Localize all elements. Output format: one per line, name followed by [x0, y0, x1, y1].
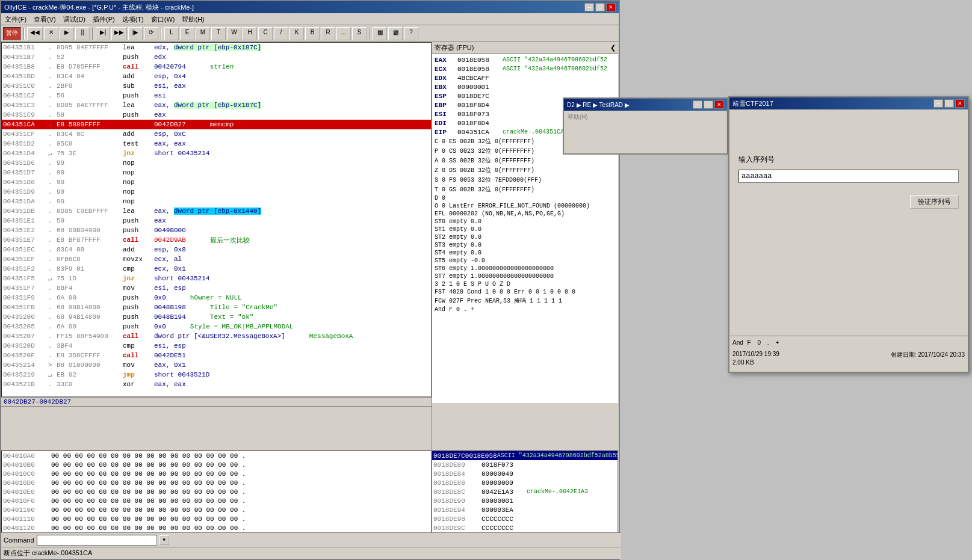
disasm-row[interactable]: 004351EF . 0FB6C8 movzx ecx, al: [2, 254, 431, 264]
hex-row[interactable]: 004010C000 00 00 00 00 00 00 00 00 00 00…: [2, 469, 431, 478]
btn-dots[interactable]: ...: [336, 27, 351, 40]
disasm-row[interactable]: 004351B1 . 8D95 84E7FFFF lea edx, dword …: [2, 43, 431, 52]
btn-H[interactable]: H: [243, 27, 257, 40]
reg-row[interactable]: ECX0018E058ASCII "432a34a4946708602bdf52: [433, 64, 617, 73]
crackme-restore-btn[interactable]: □: [944, 99, 954, 108]
hex-row[interactable]: 0040110000 00 00 00 00 00 00 00 00 00 00…: [2, 505, 431, 514]
disasm-row[interactable]: 004351EC . 83C4 08 add esp, 0x8: [2, 245, 431, 254]
disasm-row[interactable]: 004351F7 . 8BF4 mov esi, esp: [2, 283, 431, 293]
hex-row[interactable]: 004010D000 00 00 00 00 00 00 00 00 00 00…: [2, 478, 431, 487]
stack-row[interactable]: 0018DE8800000000: [432, 478, 618, 487]
stack-row[interactable]: 0018DE8C0042E1A3crackMe-.0042E1A3: [432, 487, 618, 496]
btn-close-prog[interactable]: ✕: [44, 27, 58, 40]
stack-row[interactable]: 0018DE94000003EA: [432, 505, 618, 514]
disasm-row[interactable]: 00435207 . FF15 88F54900 call dword ptr …: [2, 331, 431, 341]
disasm-row[interactable]: 00435205 . 6A 00 push 0x0 Style = MB_OK|…: [2, 322, 431, 331]
hex-row[interactable]: 004010E000 00 00 00 00 00 00 00 00 00 00…: [2, 487, 431, 496]
menu-file[interactable]: 文件(F): [1, 14, 30, 23]
btn-anim-in[interactable]: ⟳: [144, 27, 158, 40]
disasm-row[interactable]: 004351DB . 8D85 C0EBFFFF lea eax, dword …: [2, 206, 431, 216]
btn-T[interactable]: T: [211, 27, 226, 40]
minimize-button[interactable]: ─: [584, 3, 594, 11]
disasm-row[interactable]: 00435200 . 68 94B14800 push 0048B194 Tex…: [2, 312, 431, 322]
disasm-row[interactable]: 0043521B . 33C0 xor eax, eax: [2, 380, 431, 389]
stack-row[interactable]: 0018DE98CCCCCCCC: [432, 514, 618, 523]
btn-S[interactable]: S: [352, 27, 367, 40]
disasm-row[interactable]: 004351D9 . 90 nop: [2, 187, 431, 197]
btn-help[interactable]: ?: [404, 27, 418, 40]
stack-row[interactable]: 0018DE9000000001: [432, 496, 618, 505]
disasm-row[interactable]: 004351C2 . 56 push esi: [2, 91, 431, 100]
disasm-row[interactable]: 004351D7 . 90 nop: [2, 168, 431, 177]
crackme-min-btn[interactable]: ─: [933, 99, 943, 108]
disasm-row[interactable]: 004351D6 . 90 nop: [2, 158, 431, 168]
btn-K[interactable]: K: [289, 27, 304, 40]
disasm-row[interactable]: 00435219 ↵ EB 02 jmp short 0043521D: [2, 370, 431, 380]
menu-view[interactable]: 查看(V): [30, 14, 60, 23]
btn-step-in[interactable]: ▶|: [96, 27, 110, 40]
menu-window[interactable]: 窗口(W): [147, 14, 179, 23]
disasm-row[interactable]: 004351C0 . 2BF0 sub esi, eax: [2, 81, 431, 91]
btn-B[interactable]: B: [305, 27, 320, 40]
btn-slash[interactable]: /: [274, 27, 288, 40]
inner-close-btn[interactable]: ✕: [714, 100, 724, 109]
stack-row[interactable]: 0018DE8400000040: [432, 469, 618, 478]
disasm-row[interactable]: 004351BD . 83C4 04 add esp, 0x4: [2, 72, 431, 81]
btn-pause[interactable]: 暂停: [3, 27, 21, 40]
disasm-row[interactable]: 004351E7 . E8 BF87FFFF call 0042D9AB 最后一…: [2, 235, 431, 245]
disasm-row[interactable]: 004351D4 ↵ 75 3E jnz short 00435214: [2, 149, 431, 158]
stack-row[interactable]: 0018DE7C0018E058ASCII "432a34a4946708602…: [432, 451, 618, 460]
btn-grid1[interactable]: ▦: [373, 27, 387, 40]
disasm-row[interactable]: 004351D8 . 90 nop: [2, 177, 431, 187]
stack-row[interactable]: 0018DE9CCCCCCCCC: [432, 523, 618, 532]
crackme-verify-button[interactable]: 验证序列号: [910, 195, 959, 209]
disasm-row[interactable]: 004351C9 . 50 push eax: [2, 110, 431, 120]
command-input[interactable]: [37, 535, 157, 546]
disasm-row[interactable]: 004351CF . 83C4 0C add esp, 0xC: [2, 129, 431, 139]
disasm-row[interactable]: 004351DA . 90 nop: [2, 197, 431, 206]
disasm-row[interactable]: 004351F9 . 6A 00 push 0x0 hOwner = NULL: [2, 293, 431, 303]
disasm-row[interactable]: 0043520F . E8 3D8CFFFF call 0042DE51: [2, 351, 431, 360]
reg-row[interactable]: EAX0018E058ASCII "432a34a4946708602bdf52: [433, 55, 617, 64]
btn-grid2[interactable]: ▩: [388, 27, 403, 40]
disasm-row[interactable]: 004351B8 . E8 D785FFFF call 00420794 str…: [2, 62, 431, 72]
reg-collapse-btn[interactable]: ❮: [610, 44, 616, 52]
btn-R[interactable]: R: [321, 27, 335, 40]
btn-restart[interactable]: ◀◀: [27, 27, 43, 40]
disasm-row[interactable]: 00435214 > B8 01000000 mov eax, 0x1: [2, 360, 431, 370]
stack-row[interactable]: 0018DE800018F073: [432, 460, 618, 469]
disasm-row[interactable]: 004351C3 . 8D85 84E7FFFF lea eax, dword …: [2, 100, 431, 110]
menu-help[interactable]: 帮助(H): [178, 14, 208, 23]
hex-row[interactable]: 004010F000 00 00 00 00 00 00 00 00 00 00…: [2, 496, 431, 505]
disasm-row[interactable]: 004351F2 . 83F9 01 cmp ecx, 0x1: [2, 264, 431, 274]
disasm-row[interactable]: 004351E2 . 68 00B04900 push 0049B000: [2, 226, 431, 235]
btn-C[interactable]: C: [258, 27, 273, 40]
disasm-row[interactable]: 004351B7 . 52 push edx: [2, 52, 431, 62]
btn-E[interactable]: E: [180, 27, 194, 40]
btn-L[interactable]: L: [164, 27, 179, 40]
disasm-row[interactable]: 004351E1 . 50 push eax: [2, 216, 431, 226]
disasm-row[interactable]: 004351CA . E8 5889FFFF call 0042DB27 mem…: [2, 120, 431, 129]
disasm-panel[interactable]: 004351B1 . 8D95 84E7FFFF lea edx, dword …: [1, 42, 432, 397]
menu-debug[interactable]: 调试(D): [60, 14, 89, 23]
btn-step-over[interactable]: ▶▶: [111, 27, 127, 40]
crackme-close-btn[interactable]: ✕: [955, 99, 965, 108]
hex-row[interactable]: 004010B000 00 00 00 00 00 00 00 00 00 00…: [2, 460, 431, 469]
disasm-row[interactable]: 0043520D . 3BF4 cmp esi, esp: [2, 341, 431, 351]
close-button[interactable]: ✕: [606, 3, 616, 11]
hex-row[interactable]: 004010A000 00 00 00 00 00 00 00 00 00 00…: [2, 451, 431, 460]
reg-row[interactable]: EDX4BCBCAFF: [433, 73, 617, 82]
menu-options[interactable]: 选项(T): [119, 14, 147, 23]
hex-row[interactable]: 0040111000 00 00 00 00 00 00 00 00 00 00…: [2, 514, 431, 523]
reg-row[interactable]: EBX00000001: [433, 82, 617, 91]
disasm-row[interactable]: 004351F5 ↵ 75 1D jnz short 00435214: [2, 274, 431, 283]
menu-plugins[interactable]: 插件(P): [89, 14, 119, 23]
btn-run[interactable]: ▶: [60, 27, 74, 40]
btn-W[interactable]: W: [227, 27, 241, 40]
btn-M[interactable]: M: [196, 27, 210, 40]
inner-restore-btn[interactable]: □: [704, 100, 713, 109]
btn-pause2[interactable]: ||: [75, 27, 90, 40]
disasm-row[interactable]: 004351D2 . 85C0 test eax, eax: [2, 139, 431, 149]
command-dropdown[interactable]: ▼: [159, 535, 169, 545]
disasm-row[interactable]: 004351FB . 68 98B14800 push 0048B198 Tit…: [2, 303, 431, 312]
